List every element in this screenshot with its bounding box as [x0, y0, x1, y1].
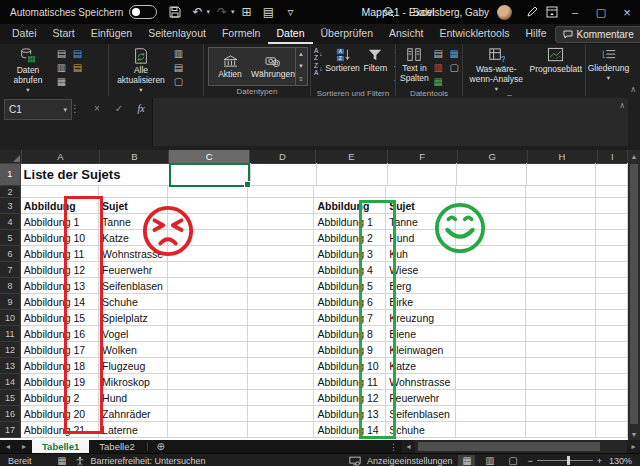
cell-E1[interactable] — [317, 163, 388, 186]
cell-B4[interactable]: Tanne — [99, 214, 168, 230]
cell-C17[interactable] — [168, 422, 248, 438]
ribbon-tab-formeln[interactable]: Formeln — [214, 24, 269, 44]
insert-function-icon[interactable]: fx — [132, 99, 150, 118]
cancel-entry-icon[interactable]: × — [88, 99, 106, 118]
column-header-D[interactable]: D — [250, 150, 316, 164]
sheet-next-icon[interactable]: ▸ — [16, 440, 32, 453]
cell-A14[interactable]: Abbildung 19 — [21, 374, 99, 390]
cell-G14[interactable] — [456, 374, 526, 390]
cell-H3[interactable] — [526, 198, 596, 214]
cell-G5[interactable] — [456, 230, 526, 246]
autosave-toggle[interactable] — [129, 5, 157, 19]
row-header-5[interactable]: 5 — [0, 230, 21, 246]
cell-H7[interactable] — [526, 262, 596, 278]
stocks-button[interactable]: Aktien — [209, 48, 252, 85]
cell-A6[interactable]: Abbildung 11 — [21, 246, 99, 262]
column-header-F[interactable]: F — [388, 150, 458, 164]
display-settings-icon[interactable] — [349, 456, 361, 466]
cell-A3[interactable]: Abbildung — [21, 198, 99, 214]
scroll-down-icon[interactable]: ▼ — [628, 428, 640, 440]
cell-B7[interactable]: Feuerwehr — [99, 262, 168, 278]
expand-formula-bar-icon[interactable]: ∧ — [619, 101, 625, 110]
cell-F7[interactable]: Wiese — [386, 262, 456, 278]
cell-H1[interactable] — [527, 163, 596, 186]
relationships-icon[interactable]: ▦ — [432, 76, 445, 88]
sort-az-icon[interactable]: AZ↓ — [314, 48, 323, 61]
cell-G17[interactable] — [456, 422, 526, 438]
cell-D11[interactable] — [248, 326, 314, 342]
name-box-kebab-icon[interactable]: ⋮ — [66, 99, 84, 118]
cell-B17[interactable]: Laterne — [99, 422, 168, 438]
cell-E12[interactable]: Abbildung 9 — [314, 342, 386, 358]
cell-E7[interactable]: Abbildung 4 — [314, 262, 386, 278]
cell-D16[interactable] — [248, 406, 314, 422]
edit-links-icon[interactable]: ▢ — [172, 76, 185, 88]
zoom-in-icon[interactable]: + — [597, 456, 602, 466]
ribbon-tab-daten[interactable]: Daten — [268, 24, 312, 44]
cell-F2[interactable] — [386, 186, 456, 198]
cell-B14[interactable]: Mikroskop — [99, 374, 168, 390]
cell-B2[interactable] — [99, 186, 168, 198]
confirm-entry-icon[interactable]: ✓ — [110, 99, 128, 118]
name-box[interactable]: C1 ▾ — [4, 99, 72, 120]
cell-I4[interactable] — [596, 214, 628, 230]
ribbon-tab-seitenlayout[interactable]: Seitenlayout — [140, 24, 214, 44]
cell-C8[interactable] — [168, 278, 248, 294]
cell-I6[interactable] — [596, 246, 628, 262]
cell-I11[interactable] — [596, 326, 628, 342]
sheet-tab-tabelle1[interactable]: Tabelle1 — [32, 440, 89, 453]
cell-D7[interactable] — [248, 262, 314, 278]
cell-C4[interactable] — [168, 214, 248, 230]
cell-C6[interactable] — [168, 246, 248, 262]
row-header-12[interactable]: 12 — [0, 342, 21, 358]
cell-G10[interactable] — [456, 310, 526, 326]
row-header-8[interactable]: 8 — [0, 278, 21, 294]
cell-G13[interactable] — [456, 358, 526, 374]
row-header-6[interactable]: 6 — [0, 246, 21, 262]
cell-A2[interactable] — [21, 186, 99, 198]
cell-D17[interactable] — [248, 422, 314, 438]
cell-H10[interactable] — [526, 310, 596, 326]
cell-H9[interactable] — [526, 294, 596, 310]
row-header-9[interactable]: 9 — [0, 294, 21, 310]
cell-B6[interactable]: Wohnstrasse — [99, 246, 168, 262]
cell-D3[interactable] — [248, 198, 314, 214]
gallery-down-icon[interactable]: ▼ — [296, 60, 307, 72]
cell-B13[interactable]: Flugzeug — [99, 358, 168, 374]
cell-F10[interactable]: Kreuzung — [386, 310, 456, 326]
cell-I14[interactable] — [596, 374, 628, 390]
maximize-button[interactable]: ▢ — [588, 0, 614, 24]
undo-dropdown-icon[interactable]: ▾ — [206, 8, 210, 16]
cell-G1[interactable] — [457, 163, 526, 186]
comments-button[interactable]: Kommentare — [555, 26, 640, 43]
scrollbar-resize-handle[interactable]: ⋮ — [385, 442, 402, 452]
ribbon-tab-datei[interactable]: Datei — [4, 24, 45, 44]
collapse-ribbon-icon[interactable]: ∧ — [630, 85, 636, 94]
zoom-level[interactable]: 130% — [608, 456, 632, 466]
column-header-I[interactable]: I — [598, 150, 629, 164]
cell-D4[interactable] — [248, 214, 314, 230]
cell-A17[interactable]: Abbildung 21 — [21, 422, 99, 438]
column-header-H[interactable]: H — [528, 150, 598, 164]
cell-D8[interactable] — [248, 278, 314, 294]
cell-E3[interactable]: Abbildung — [314, 198, 386, 214]
cell-I5[interactable] — [596, 230, 628, 246]
cell-E8[interactable]: Abbildung 5 — [314, 278, 386, 294]
from-table-icon[interactable]: ▦ — [55, 76, 68, 88]
cell-F3[interactable]: Sujet — [386, 198, 456, 214]
row-header-4[interactable]: 4 — [0, 214, 21, 230]
cell-H16[interactable] — [526, 406, 596, 422]
from-text-icon[interactable]: ▤ — [55, 48, 68, 60]
row-header-14[interactable]: 14 — [0, 374, 21, 390]
cell-A4[interactable]: Abbildung 1 — [21, 214, 99, 230]
cell-D1[interactable] — [251, 163, 317, 186]
cell-I9[interactable] — [596, 294, 628, 310]
cell-F4[interactable]: Tanne — [386, 214, 456, 230]
data-validation-icon[interactable]: ▥ — [432, 62, 445, 74]
row-header-17[interactable]: 17 — [0, 422, 21, 438]
cell-I12[interactable] — [596, 342, 628, 358]
cell-B3[interactable]: Sujet — [99, 198, 168, 214]
zoom-track[interactable] — [537, 460, 593, 461]
cell-C11[interactable] — [168, 326, 248, 342]
cell-C14[interactable] — [168, 374, 248, 390]
